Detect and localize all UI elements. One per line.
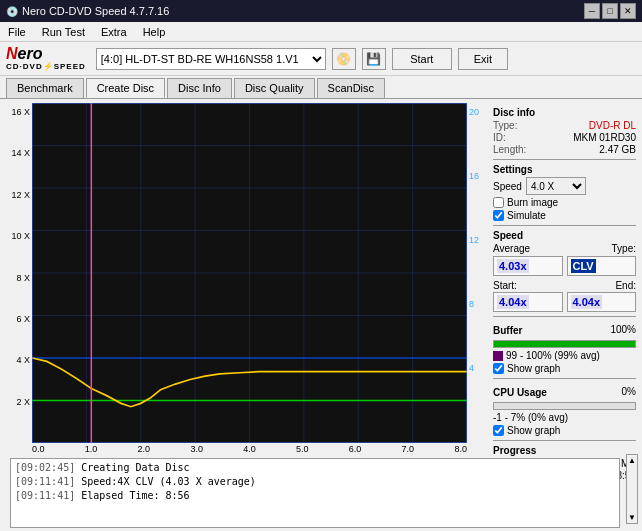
y-axis-right: 20 16 12 8 4 bbox=[467, 103, 487, 443]
divider-4 bbox=[493, 378, 636, 379]
chart-with-axes: 16 X 14 X 12 X 10 X 8 X 6 X 4 X 2 X bbox=[4, 103, 487, 454]
eject-icon-button[interactable]: 📀 bbox=[332, 48, 356, 70]
tab-bar: Benchmark Create Disc Disc Info Disc Qua… bbox=[0, 76, 642, 99]
log-time-1: [09:02:45] bbox=[15, 462, 75, 473]
cpu-range-label: -1 - 7% (0% avg) bbox=[493, 412, 568, 423]
titlebar: 💿 Nero CD-DVD Speed 4.7.7.16 ─ □ ✕ bbox=[0, 0, 642, 22]
settings-title: Settings bbox=[493, 164, 636, 175]
speed-header-row: Average Type: bbox=[493, 243, 636, 254]
length-value: 2.47 GB bbox=[599, 144, 636, 155]
log-entry-1: [09:02:45] Creating Data Disc bbox=[15, 461, 615, 475]
x-axis: 0.0 1.0 2.0 3.0 4.0 5.0 6.0 7.0 8.0 bbox=[32, 443, 487, 454]
average-value: 4.03x bbox=[497, 259, 529, 273]
scroll-up-arrow[interactable]: ▲ bbox=[628, 456, 636, 465]
disc-id-row: ID: MKM 01RD30 bbox=[493, 132, 636, 143]
drive-selector[interactable]: [4:0] HL-DT-ST BD-RE WH16NS58 1.V1 bbox=[96, 48, 326, 70]
cpu-title: CPU Usage bbox=[493, 387, 547, 398]
cpu-range-row: -1 - 7% (0% avg) bbox=[493, 412, 636, 423]
buffer-range-label: 99 - 100% (99% avg) bbox=[506, 350, 600, 361]
toolbar: Nero CD·DVD⚡SPEED [4:0] HL-DT-ST BD-RE W… bbox=[0, 42, 642, 76]
disc-length-row: Length: 2.47 GB bbox=[493, 144, 636, 155]
type-label: Type: bbox=[493, 120, 517, 131]
nero-logo: Nero bbox=[6, 46, 42, 62]
buffer-show-graph-label: Show graph bbox=[507, 363, 560, 374]
start-button[interactable]: Start bbox=[392, 48, 452, 70]
length-label: Length: bbox=[493, 144, 526, 155]
progress-title: Progress bbox=[493, 445, 636, 456]
menu-help[interactable]: Help bbox=[139, 24, 170, 40]
exit-button[interactable]: Exit bbox=[458, 48, 508, 70]
buffer-percent: 100% bbox=[610, 324, 636, 335]
end-speed-value: 4.04x bbox=[571, 295, 603, 309]
average-label: Average bbox=[493, 243, 530, 254]
menu-extra[interactable]: Extra bbox=[97, 24, 131, 40]
cpu-percent: 0% bbox=[622, 386, 636, 397]
log-time-2: [09:11:41] bbox=[15, 476, 75, 487]
start-speed-value: 4.04x bbox=[497, 295, 529, 309]
disc-type-row: Type: DVD-R DL bbox=[493, 120, 636, 131]
simulate-row: Simulate bbox=[493, 210, 636, 221]
y-axis-left: 16 X 14 X 12 X 10 X 8 X 6 X 4 X 2 X bbox=[4, 103, 32, 454]
end-label: End: bbox=[615, 280, 636, 291]
cd-dvd-speed-logo: CD·DVD⚡SPEED bbox=[6, 62, 86, 71]
buffer-show-graph-checkbox[interactable] bbox=[493, 363, 504, 374]
id-label: ID: bbox=[493, 132, 506, 143]
chart-svg bbox=[32, 103, 467, 443]
log-message-3: Elapsed Time: 8:56 bbox=[81, 490, 189, 501]
tab-scan-disc[interactable]: ScanDisc bbox=[317, 78, 385, 98]
log-entry-2: [09:11:41] Speed:4X CLV (4.03 X average) bbox=[15, 475, 615, 489]
speed-setting-label: Speed bbox=[493, 181, 522, 192]
save-icon-button[interactable]: 💾 bbox=[362, 48, 386, 70]
disc-info-title: Disc info bbox=[493, 107, 636, 118]
buffer-bar bbox=[494, 341, 635, 347]
chart-row: 20 16 12 8 4 bbox=[32, 103, 487, 443]
buffer-title: Buffer bbox=[493, 325, 522, 336]
speed-selector[interactable]: 4.0 X bbox=[526, 177, 586, 195]
chart-plot-area: 20 16 12 8 4 0.0 1.0 2.0 3.0 4.0 5.0 bbox=[32, 103, 487, 454]
start-end-label-row: Start: End: bbox=[493, 280, 636, 291]
cpu-show-graph-checkbox[interactable] bbox=[493, 425, 504, 436]
close-button[interactable]: ✕ bbox=[620, 3, 636, 19]
simulate-checkbox[interactable] bbox=[493, 210, 504, 221]
tab-disc-quality[interactable]: Disc Quality bbox=[234, 78, 315, 98]
log-entry-3: [09:11:41] Elapsed Time: 8:56 bbox=[15, 489, 615, 503]
menubar: File Run Test Extra Help bbox=[0, 22, 642, 42]
tab-disc-info[interactable]: Disc Info bbox=[167, 78, 232, 98]
chart-container: 16 X 14 X 12 X 10 X 8 X 6 X 4 X 2 X bbox=[4, 103, 487, 454]
type-value: DVD-R DL bbox=[589, 120, 636, 131]
titlebar-left: 💿 Nero CD-DVD Speed 4.7.7.16 bbox=[6, 5, 169, 17]
logo: Nero CD·DVD⚡SPEED bbox=[6, 46, 86, 71]
cpu-bar-container bbox=[493, 402, 636, 410]
divider-2 bbox=[493, 225, 636, 226]
type-value-box: CLV bbox=[571, 259, 596, 273]
app-title: Nero CD-DVD Speed 4.7.7.16 bbox=[22, 5, 169, 17]
menu-run-test[interactable]: Run Test bbox=[38, 24, 89, 40]
tab-create-disc[interactable]: Create Disc bbox=[86, 78, 165, 98]
log-section: [09:02:45] Creating Data Disc [09:11:41]… bbox=[4, 454, 638, 524]
cpu-header: CPU Usage 0% bbox=[493, 383, 636, 400]
end-value-box: 4.04x bbox=[567, 292, 637, 312]
app-icon: 💿 bbox=[6, 6, 18, 17]
menu-file[interactable]: File bbox=[4, 24, 30, 40]
log-message-1: Creating Data Disc bbox=[81, 462, 189, 473]
buffer-show-graph-row: Show graph bbox=[493, 363, 636, 374]
type-box: CLV bbox=[567, 256, 637, 276]
start-value-box: 4.04x bbox=[493, 292, 563, 312]
cpu-show-graph-label: Show graph bbox=[507, 425, 560, 436]
scroll-down-arrow[interactable]: ▼ bbox=[628, 513, 636, 522]
divider-5 bbox=[493, 440, 636, 441]
tab-benchmark[interactable]: Benchmark bbox=[6, 78, 84, 98]
log-scrollbar[interactable]: ▲ ▼ bbox=[626, 454, 638, 524]
speed-row: Speed 4.0 X bbox=[493, 177, 636, 195]
burn-image-checkbox[interactable] bbox=[493, 197, 504, 208]
maximize-button[interactable]: □ bbox=[602, 3, 618, 19]
average-box: 4.03x bbox=[493, 256, 563, 276]
id-value: MKM 01RD30 bbox=[573, 132, 636, 143]
type-header: Type: bbox=[612, 243, 636, 254]
buffer-header: Buffer 100% bbox=[493, 321, 636, 338]
main-content: 16 X 14 X 12 X 10 X 8 X 6 X 4 X 2 X bbox=[0, 99, 642, 454]
log-message-2: Speed:4X CLV (4.03 X average) bbox=[81, 476, 256, 487]
speed-avg-type-boxes: 4.03x CLV bbox=[493, 256, 636, 276]
divider-1 bbox=[493, 159, 636, 160]
minimize-button[interactable]: ─ bbox=[584, 3, 600, 19]
